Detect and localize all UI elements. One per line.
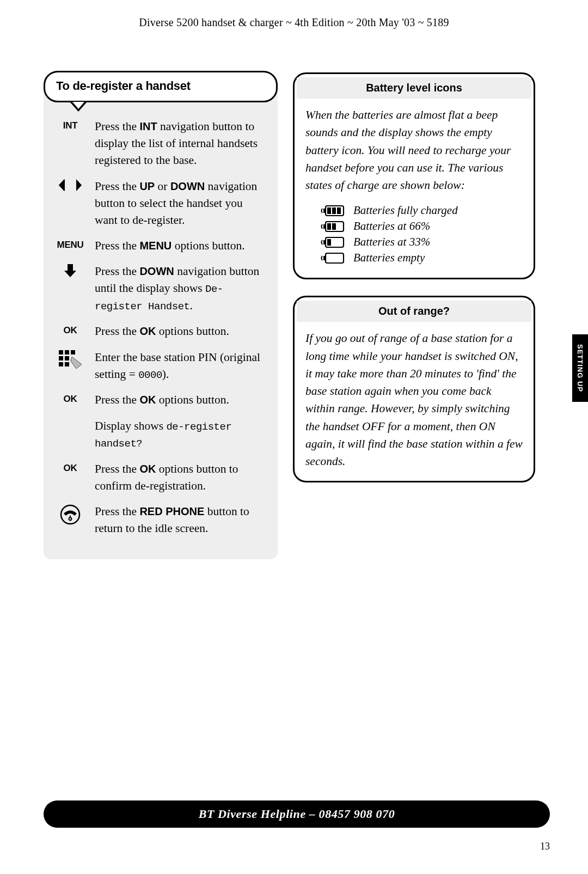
page-number: 13 [540, 841, 550, 852]
step-row: OKPress the OK options button to confirm… [53, 461, 268, 494]
svg-rect-11 [65, 356, 69, 360]
svg-rect-26 [332, 223, 336, 230]
deregister-panel: To de-register a handset INTPress the IN… [44, 72, 278, 559]
step-label: OK [53, 461, 87, 494]
svg-marker-4 [76, 179, 82, 191]
step-row: Enter the base station PIN (original set… [53, 349, 268, 383]
side-tab: SETTING UP [572, 334, 588, 402]
battery-1-icon [321, 236, 346, 248]
svg-rect-21 [332, 207, 336, 214]
battery-title: Battery level icons [297, 77, 531, 99]
svg-rect-7 [59, 350, 63, 355]
red-phone-icon [60, 504, 81, 525]
battery-level-text: Batteries at 66% [353, 219, 430, 233]
battery-levels: Batteries fully charged Batteries at 66%… [305, 204, 523, 265]
step-label: INT [53, 118, 87, 169]
keypad-icon-cell [53, 349, 87, 383]
page-header: Diverse 5200 handset & charger ~ 4th Edi… [0, 0, 588, 29]
step-label: OK [53, 392, 87, 408]
battery-level-text: Batteries empty [353, 251, 425, 265]
battery-2-icon [321, 221, 346, 233]
svg-marker-6 [64, 271, 76, 277]
svg-rect-29 [327, 239, 331, 246]
step-label [53, 418, 87, 452]
svg-rect-12 [59, 362, 63, 366]
battery-level-row: Batteries at 33% [321, 235, 523, 249]
svg-rect-22 [337, 207, 341, 214]
battery-3-icon [321, 205, 346, 217]
step-text: Display shows de-register handset? [95, 418, 268, 452]
pointer-icon [70, 102, 87, 112]
updown-icon-cell [53, 178, 87, 229]
svg-point-15 [61, 505, 79, 524]
step-text: Press the UP or DOWN navigation button t… [95, 178, 268, 229]
range-body: If you go out of range of a base station… [305, 329, 523, 470]
step-text: Press the RED PHONE button to return to … [95, 503, 268, 537]
svg-rect-20 [327, 207, 331, 214]
svg-rect-5 [68, 264, 73, 271]
step-row: Press the UP or DOWN navigation button t… [53, 178, 268, 229]
steps-list: INTPress the INT navigation button to di… [53, 118, 268, 537]
step-row: INTPress the INT navigation button to di… [53, 118, 268, 169]
svg-rect-10 [59, 356, 63, 360]
battery-level-text: Batteries fully charged [353, 204, 458, 217]
step-text: Press the INT navigation button to displ… [95, 118, 268, 169]
range-title: Out of range? [297, 301, 531, 322]
right-column: Battery level icons When the batteries a… [293, 72, 535, 559]
battery-level-row: Batteries fully charged [321, 204, 523, 217]
svg-rect-13 [65, 362, 69, 366]
svg-rect-9 [71, 350, 75, 355]
left-column: To de-register a handset INTPress the IN… [44, 72, 278, 559]
step-row: Display shows de-register handset? [53, 418, 268, 452]
step-label: OK [53, 323, 87, 340]
down-icon-cell [53, 263, 87, 314]
keypad-icon [59, 350, 82, 370]
step-text: Press the OK options button. [95, 323, 229, 340]
svg-marker-14 [71, 357, 82, 369]
up-down-arrow-icon [59, 179, 82, 191]
battery-level-row: Batteries empty [321, 251, 523, 265]
svg-rect-25 [327, 223, 331, 230]
step-row: OKPress the OK options button. [53, 323, 268, 340]
step-text: Press the MENU options button. [95, 237, 245, 254]
phone-icon-cell [53, 503, 87, 537]
step-row: Press the DOWN navigation button until t… [53, 263, 268, 314]
battery-intro: When the batteries are almost flat a bee… [305, 106, 523, 194]
svg-rect-31 [326, 253, 344, 263]
step-text: Press the DOWN navigation button until t… [95, 263, 268, 314]
panel-title: To de-register a handset [44, 71, 278, 102]
step-row: Press the RED PHONE button to return to … [53, 503, 268, 537]
svg-marker-1 [66, 179, 69, 191]
range-box: Out of range? If you go out of range of … [293, 296, 535, 482]
step-text: Press the OK options button to confirm d… [95, 461, 268, 494]
svg-rect-8 [65, 350, 69, 355]
step-row: OKPress the OK options button. [53, 392, 268, 408]
content-area: To de-register a handset INTPress the IN… [0, 29, 588, 559]
footer-helpline: BT Diverse Helpline – 08457 908 070 [44, 800, 550, 828]
battery-box: Battery level icons When the batteries a… [293, 72, 535, 279]
step-label: MENU [53, 237, 87, 254]
step-text: Press the OK options button. [95, 392, 229, 408]
svg-point-16 [69, 518, 72, 521]
battery-level-row: Batteries at 66% [321, 219, 523, 233]
step-text: Enter the base station PIN (original set… [95, 349, 268, 383]
battery-0-icon [321, 252, 346, 264]
down-arrow-icon [64, 264, 76, 277]
battery-level-text: Batteries at 33% [353, 235, 430, 249]
step-row: MENUPress the MENU options button. [53, 237, 268, 254]
